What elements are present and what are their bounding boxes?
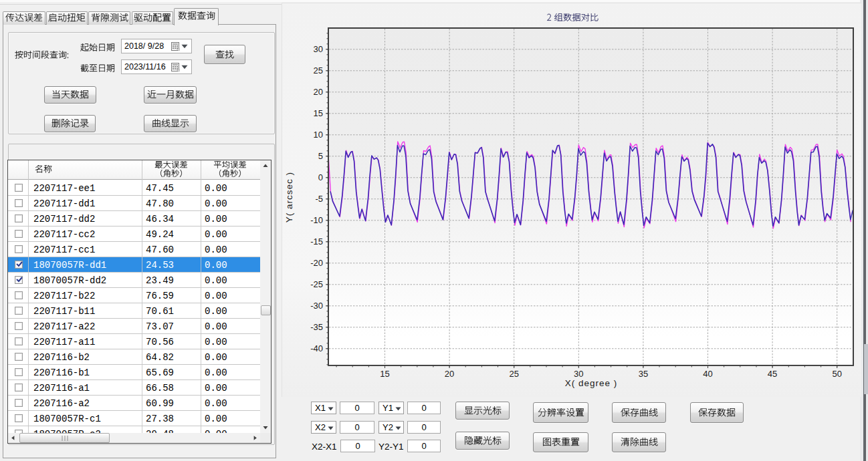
- svg-text:Y( arcsec ): Y( arcsec ): [284, 172, 294, 222]
- svg-text:-5: -5: [315, 194, 323, 204]
- svg-text:X( degree ): X( degree ): [565, 378, 618, 388]
- svg-text:-35: -35: [310, 322, 323, 332]
- svg-text:30: 30: [314, 44, 323, 54]
- svg-text:15: 15: [314, 108, 323, 118]
- svg-text:45: 45: [768, 369, 777, 379]
- svg-text:25: 25: [314, 65, 323, 75]
- svg-text:-10: -10: [310, 215, 323, 225]
- svg-text:-15: -15: [310, 237, 323, 247]
- svg-text:-40: -40: [310, 343, 323, 353]
- svg-text:25: 25: [509, 369, 518, 379]
- svg-text:-30: -30: [310, 301, 323, 311]
- svg-text:20: 20: [314, 87, 323, 97]
- svg-text:10: 10: [314, 130, 323, 140]
- svg-text:40: 40: [703, 369, 712, 379]
- svg-text:-20: -20: [310, 258, 323, 268]
- svg-text:30: 30: [574, 369, 583, 379]
- svg-text:50: 50: [832, 369, 841, 379]
- svg-text:35: 35: [639, 369, 648, 379]
- svg-text:0: 0: [318, 172, 323, 182]
- svg-text:20: 20: [445, 369, 454, 379]
- svg-text:15: 15: [380, 369, 389, 379]
- svg-text:5: 5: [318, 151, 323, 161]
- svg-text:-25: -25: [310, 279, 323, 289]
